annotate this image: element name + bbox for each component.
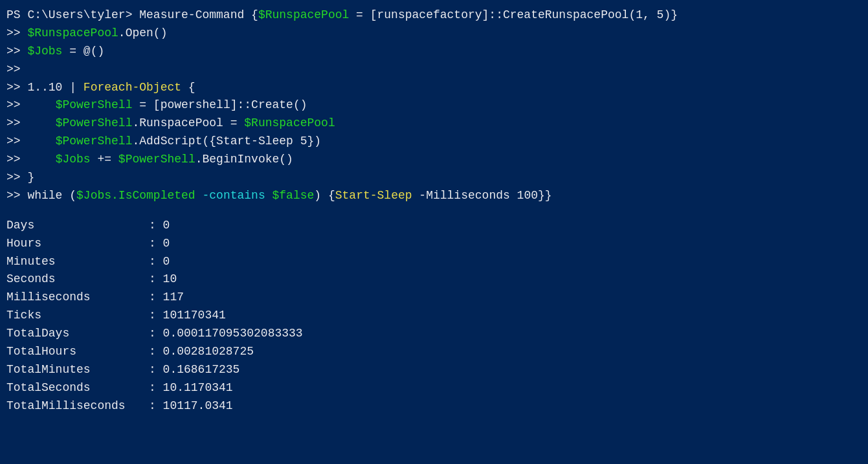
output-ticks: Ticks : 101170341 — [6, 307, 868, 325]
value-totalseconds: : 10.1170341 — [149, 379, 233, 397]
code-line-7: >> $PowerShell.RunspacePool = $RunspaceP… — [6, 115, 868, 133]
keyword-while: while — [27, 187, 62, 205]
indent-7 — [27, 115, 55, 133]
var-powershell-4: $PowerShell — [118, 151, 195, 169]
label-totalseconds: TotalSeconds — [6, 379, 149, 397]
output-section: Days : 0 Hours : 0 Minutes : 0 Seconds :… — [6, 217, 868, 415]
cmd-begininvoke: .BeginInvoke() — [195, 151, 293, 169]
code-line-2: >> $RunspacePool.Open() — [6, 25, 868, 43]
code-section: PS C:\Users\tyler> Measure-Command {$Run… — [6, 6, 868, 205]
prompt-11: >> — [6, 187, 27, 205]
cmd-measure: Measure-Command { — [139, 6, 258, 25]
cmd-addscript: .AddScript({Start-Sleep 5}) — [132, 133, 321, 151]
range: 1..10 | — [27, 79, 83, 97]
prompt-4: >> — [6, 61, 27, 79]
output-totaldays: TotalDays : 0.000117095302083333 — [6, 325, 868, 343]
output-totalhours: TotalHours : 0.00281028725 — [6, 343, 868, 361]
cmd-plus-eq: += — [91, 151, 118, 169]
var-runspacepool-open: $RunspacePool — [27, 25, 118, 43]
label-minutes: Minutes — [6, 253, 149, 271]
cmd-runspacepool-assign: .RunspacePool = — [132, 115, 244, 133]
output-milliseconds: Milliseconds : 117 — [6, 289, 868, 307]
brace-open-5: { — [181, 79, 195, 97]
prompt-5: >> — [6, 79, 27, 97]
var-powershell-1: $PowerShell — [56, 96, 133, 115]
prompt-1: PS C:\Users\tyler> — [6, 6, 139, 25]
output-totalseconds: TotalSeconds : 10.1170341 — [6, 379, 868, 397]
prop-iscompleted: .IsCompleted — [111, 187, 202, 205]
value-hours: : 0 — [149, 235, 170, 253]
var-powershell-3: $PowerShell — [56, 133, 133, 151]
paren-open: ( — [62, 187, 76, 205]
prompt-8: >> — [6, 133, 27, 151]
output-totalminutes: TotalMinutes : 0.168617235 — [6, 361, 868, 379]
var-jobs-cond: $Jobs — [76, 187, 111, 205]
label-ticks: Ticks — [6, 307, 149, 325]
code-line-3: >> $Jobs = @() — [6, 43, 868, 61]
label-hours: Hours — [6, 235, 149, 253]
value-minutes: : 0 — [149, 253, 170, 271]
indent-8 — [27, 133, 55, 151]
var-runspacepool-1: $RunspacePool — [258, 6, 349, 25]
value-seconds: : 10 — [149, 271, 177, 289]
prompt-6: >> — [6, 96, 27, 115]
var-jobs-init: $Jobs — [27, 43, 62, 61]
label-milliseconds: Milliseconds — [6, 289, 149, 307]
label-totaldays: TotalDays — [6, 325, 149, 343]
label-days: Days — [6, 217, 149, 235]
code-line-10: >> } — [6, 169, 868, 187]
value-days: : 0 — [149, 217, 170, 235]
var-runspacepool-2: $RunspacePool — [244, 115, 335, 133]
code-line-5: >> 1..10 | Foreach-Object { — [6, 79, 868, 97]
brace-close-10: } — [27, 169, 34, 187]
output-minutes: Minutes : 0 — [6, 253, 868, 271]
output-seconds: Seconds : 10 — [6, 271, 868, 289]
indent-9 — [27, 151, 55, 169]
output-days: Days : 0 — [6, 217, 868, 235]
cmd-sleep: Start-Sleep — [335, 187, 412, 205]
var-powershell-2: $PowerShell — [56, 115, 133, 133]
code-line-1: PS C:\Users\tyler> Measure-Command {$Run… — [6, 6, 868, 25]
brace-close-1: } — [671, 6, 678, 25]
value-totalmilliseconds: : 10117.0341 — [149, 397, 233, 415]
prompt-2: >> — [6, 25, 27, 43]
code-line-8: >> $PowerShell.AddScript({Start-Sleep 5}… — [6, 133, 868, 151]
cmd-assign-1: = [runspacefactory]::CreateRunspacePool(… — [349, 6, 671, 25]
code-line-9: >> $Jobs += $PowerShell.BeginInvoke() — [6, 151, 868, 169]
cmd-jobs-assign: = @() — [62, 43, 104, 61]
prompt-9: >> — [6, 151, 27, 169]
value-ticks: : 101170341 — [149, 307, 226, 325]
label-totalminutes: TotalMinutes — [6, 361, 149, 379]
cmd-open: .Open() — [118, 25, 168, 43]
op-contains: -contains — [202, 187, 265, 205]
label-seconds: Seconds — [6, 271, 149, 289]
code-line-6: >> $PowerShell = [powershell]::Create() — [6, 96, 868, 115]
prompt-3: >> — [6, 43, 27, 61]
val-false: $false — [273, 187, 315, 205]
value-totalhours: : 0.00281028725 — [149, 343, 254, 361]
code-line-11: >> while ($Jobs.IsCompleted -contains $f… — [6, 187, 868, 205]
output-totalmilliseconds: TotalMilliseconds : 10117.0341 — [6, 397, 868, 415]
paren-close: ) { — [314, 187, 335, 205]
code-line-4: >> — [6, 61, 868, 79]
value-milliseconds: : 117 — [149, 289, 184, 307]
var-jobs-append: $Jobs — [56, 151, 91, 169]
indent-6 — [27, 96, 55, 115]
label-totalhours: TotalHours — [6, 343, 149, 361]
prompt-7: >> — [6, 115, 27, 133]
terminal-window: PS C:\Users\tyler> Measure-Command {$Run… — [6, 6, 868, 458]
value-totalminutes: : 0.168617235 — [149, 361, 239, 379]
prompt-10: >> — [6, 169, 27, 187]
output-hours: Hours : 0 — [6, 235, 868, 253]
label-totalmilliseconds: TotalMilliseconds — [6, 397, 149, 415]
cmd-foreach: Foreach-Object — [83, 79, 181, 97]
cmd-create: = [powershell]::Create() — [132, 96, 307, 115]
value-totaldays: : 0.000117095302083333 — [149, 325, 303, 343]
space-cond — [265, 187, 273, 205]
cmd-milliseconds: -Milliseconds 100}} — [412, 187, 552, 205]
